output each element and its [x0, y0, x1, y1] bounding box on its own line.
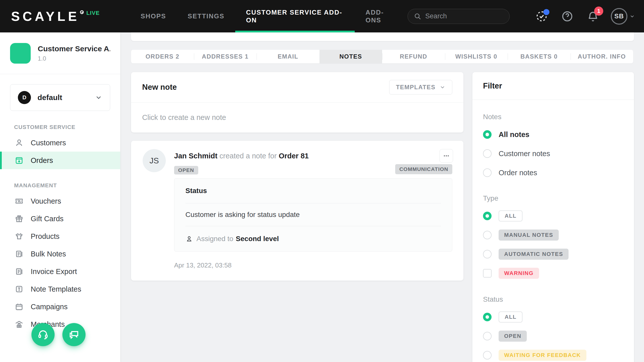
avatar-initials: JS [149, 156, 159, 165]
filter-option-badge: ALL [499, 210, 522, 221]
new-note-title: New note [142, 83, 389, 92]
tasks-button[interactable] [535, 10, 548, 23]
shop-selector-label: default [37, 93, 95, 102]
tab-refund[interactable]: REFUND [382, 50, 445, 63]
sidebar-item-note-templates[interactable]: Note Templates [0, 280, 120, 298]
sidebar-item-label: Bulk Notes [31, 250, 66, 258]
section-label-management: MANAGEMENT [14, 182, 120, 189]
avatar-chevron-down-icon[interactable] [629, 14, 635, 19]
shop-avatar: D [18, 91, 31, 104]
templates-dropdown-button[interactable]: TEMPLATES [389, 80, 452, 95]
note-headline: Jan Schmidt created a note for Order 81 [174, 152, 309, 160]
app-name: Customer Service A... [38, 44, 110, 53]
sidebar-item-label: Invoice Export [31, 267, 77, 276]
sidebar-item-vouchers[interactable]: Vouchers [0, 192, 120, 210]
assignee-name: Second level [236, 235, 279, 243]
tab-orders[interactable]: ORDERS 2 [131, 50, 194, 63]
assigned-to-label: Assigned to [196, 235, 233, 243]
sidebar-item-orders[interactable]: Orders [0, 152, 120, 169]
radio-icon [483, 351, 492, 359]
search-input[interactable]: Search [408, 9, 510, 24]
note-menu-button[interactable] [439, 149, 453, 163]
nav-item-shops[interactable]: SHOPS [130, 0, 177, 32]
nav-item-add-ons[interactable]: ADD-ONS [355, 0, 408, 32]
filter-title: Filter [483, 81, 502, 90]
filter-option-automatic-notes[interactable]: AUTOMATIC NOTES [483, 249, 623, 260]
chevron-down-icon [439, 84, 446, 90]
support-button[interactable] [31, 323, 55, 346]
radio-checked-icon [483, 313, 492, 321]
note-card: JS Jan Schmidt created a note for Order … [131, 141, 463, 281]
tab-author-info[interactable]: AUTHOR. INFO [571, 50, 633, 63]
help-button[interactable] [560, 10, 574, 23]
filter-option-badge: ALL [499, 311, 522, 323]
filter-option-order-notes[interactable]: Order notes [483, 167, 623, 178]
note-body-text: Customer is asking for status update [185, 203, 441, 226]
filter-option-type-all[interactable]: ALL [483, 210, 623, 221]
filter-option-manual-notes[interactable]: MANUAL NOTES [483, 230, 623, 241]
filter-option-all-notes[interactable]: All notes [483, 129, 623, 140]
note-body-panel: Status Customer is asking for status upd… [174, 178, 452, 252]
logo-text: SCAYLE [11, 10, 79, 23]
tab-baskets[interactable]: BASKETS 0 [508, 50, 571, 63]
filter-option-badge: MANUAL NOTES [499, 230, 559, 241]
new-note-card: New note TEMPLATES Click to create a new… [131, 72, 463, 132]
nav-item-customer-service-add-on[interactable]: CUSTOMER SERVICE ADD-ON [235, 0, 355, 32]
sidebar-item-merchants[interactable]: Merchants [0, 315, 120, 333]
nav-item-settings[interactable]: SETTINGS [177, 0, 235, 32]
shop-selector[interactable]: D default [10, 84, 110, 111]
filter-option-badge: WAITING FOR FEEDBACK [499, 350, 586, 361]
avatar-initials: SB [614, 12, 624, 20]
top-nav: SHOPS SETTINGS CUSTOMER SERVICE ADD-ON A… [130, 0, 408, 32]
logo-circle-mark-icon [80, 10, 84, 14]
chat-button[interactable] [62, 323, 86, 346]
main-content: ORDERS 2 ADDRESSES 1 EMAIL NOTES REFUND … [120, 32, 644, 362]
app-version: 1.0 [38, 55, 110, 62]
tshirt-icon [14, 232, 24, 241]
note-author-avatar: JS [143, 149, 166, 172]
sidebar-item-campaigns[interactable]: Campaigns [0, 298, 120, 315]
scayle-logo[interactable]: SCAYLE LIVE [11, 10, 100, 23]
top-header: SCAYLE LIVE SHOPS SETTINGS CUSTOMER SERV… [0, 0, 644, 32]
filter-option-badge: OPEN [499, 331, 527, 342]
radio-icon [483, 168, 492, 177]
ellipsis-icon [443, 153, 450, 159]
app-info: Customer Service A... 1.0 [0, 32, 120, 74]
user-icon [185, 235, 193, 243]
tab-addresses[interactable]: ADDRESSES 1 [194, 50, 257, 63]
filter-option-status-all[interactable]: ALL [483, 311, 623, 323]
user-avatar[interactable]: SB [611, 8, 627, 25]
checkbox-icon [483, 269, 492, 278]
filter-option-waiting-for-feedback[interactable]: WAITING FOR FEEDBACK [483, 350, 623, 361]
tab-email[interactable]: EMAIL [257, 50, 319, 63]
filter-option-warning[interactable]: WARNING [483, 268, 623, 279]
note-target[interactable]: Order 81 [279, 152, 309, 160]
order-box-icon [14, 156, 24, 165]
tab-notes[interactable]: NOTES [319, 50, 382, 63]
notifications-button[interactable]: 1 [586, 10, 600, 23]
sidebar: Customer Service A... 1.0 D default CUST… [0, 32, 120, 362]
note-author: Jan Schmidt [174, 152, 217, 160]
scrolled-card-edge [131, 32, 634, 41]
sidebar-item-label: Campaigns [31, 303, 68, 311]
sidebar-item-bulk-notes[interactable]: Bulk Notes [0, 245, 120, 263]
filter-group-type-label: Type [483, 194, 623, 202]
radio-icon [483, 250, 492, 258]
new-note-input[interactable]: Click to create a new note [131, 103, 463, 132]
sidebar-item-label: Customers [31, 139, 66, 147]
sidebar-item-products[interactable]: Products [0, 228, 120, 245]
filter-option-status-open[interactable]: OPEN [483, 331, 623, 342]
merchant-icon [14, 320, 24, 329]
note-subject: Status [185, 178, 441, 203]
sidebar-item-gift-cards[interactable]: Gift Cards [0, 210, 120, 228]
filter-panel: Filter Notes All notes Customer notes Or… [472, 72, 634, 362]
voucher-icon [14, 196, 24, 206]
sidebar-item-label: Note Templates [31, 285, 81, 293]
sidebar-item-customers[interactable]: Customers [0, 134, 120, 152]
tab-wishlists[interactable]: WISHLISTS 0 [445, 50, 508, 63]
radio-icon [483, 231, 492, 239]
chevron-down-icon [95, 94, 102, 101]
sidebar-item-invoice-export[interactable]: Invoice Export [0, 263, 120, 280]
filter-option-customer-notes[interactable]: Customer notes [483, 148, 623, 159]
headset-icon [37, 329, 49, 341]
